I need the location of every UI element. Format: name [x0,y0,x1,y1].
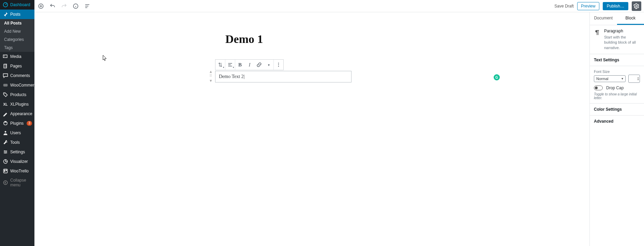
align-button[interactable]: ▾ [225,60,235,70]
main-area: Save Draft Preview Publish… Demo 1 ▴ ⠿ ▾… [34,0,644,246]
sidebar-item-users[interactable]: Users [0,128,34,138]
font-size-number-input[interactable]: ▴▾ [628,75,640,83]
wootrello-icon [3,168,8,174]
block-navigation-button[interactable] [84,2,91,10]
publish-button[interactable]: Publish… [603,2,628,10]
mouse-cursor-icon [103,55,107,61]
bold-button[interactable]: B [235,60,245,70]
text-settings-heading[interactable]: Text Settings [590,54,644,66]
sidebar-item-label: Dashboard [10,2,30,7]
paragraph-block-input[interactable]: Demo Text 2 [215,71,351,82]
change-block-type-button[interactable]: ▾ [215,60,225,70]
collapse-icon [3,180,8,185]
svg-point-15 [3,181,7,184]
advanced-heading[interactable]: Advanced [590,116,644,127]
more-formatting-button[interactable]: ▾ [264,60,273,70]
undo-button[interactable] [49,2,56,10]
submenu-add-new[interactable]: Add New [0,27,34,35]
svg-rect-13 [4,170,5,172]
post-title[interactable]: Demo 1 [225,33,589,46]
media-icon [3,54,8,59]
more-options-button[interactable] [274,60,283,70]
sidebar-item-wootrello[interactable]: WooTrello [0,166,34,176]
grammarly-badge-icon[interactable]: G [494,74,500,80]
sidebar-item-xlplugins[interactable]: XL XLPlugins [0,99,34,109]
users-icon [3,130,8,136]
svg-point-18 [636,5,638,7]
tools-icon [3,140,8,145]
settings-icon [3,149,8,155]
drop-cap-label: Drop Cap [606,86,624,90]
sidebar-item-label: Settings [10,150,25,154]
posts-submenu: All Posts Add New Categories Tags [0,19,34,52]
sidebar-item-pages[interactable]: Pages [0,61,34,71]
svg-rect-5 [3,84,8,87]
svg-point-20 [278,64,279,65]
submenu-tags[interactable]: Tags [0,44,34,52]
sidebar-item-appearance[interactable]: Appearance [0,109,34,119]
add-block-button[interactable] [37,2,45,10]
appearance-icon [3,111,8,117]
drop-cap-hint: Toggle to show a large initial letter. [594,92,640,100]
svg-point-9 [6,152,6,152]
comments-icon [3,73,8,78]
color-settings-heading[interactable]: Color Settings [590,104,644,116]
sidebar-item-label: Products [10,92,26,97]
svg-point-7 [5,131,6,133]
move-down-button[interactable]: ▾ [208,78,214,83]
save-draft-button[interactable]: Save Draft [554,4,574,9]
editor-canvas[interactable]: Demo 1 ▴ ⠿ ▾ ▾ ▾ B I [34,12,589,246]
sidebar-item-dashboard[interactable]: Dashboard [0,0,34,10]
panel-tabs: Document Block [590,12,644,25]
svg-point-6 [4,93,5,94]
pages-icon [3,63,8,69]
pin-icon [3,12,8,17]
svg-rect-14 [6,170,7,171]
settings-toggle-button[interactable] [632,1,641,11]
sidebar-item-settings[interactable]: Settings [0,147,34,157]
sidebar-item-label: Comments [10,73,30,78]
sidebar-item-visualizer[interactable]: Visualizer [0,157,34,166]
sidebar-item-tools[interactable]: Tools [0,138,34,147]
svg-point-21 [278,66,279,67]
plugins-badge: 3 [27,121,32,126]
tab-block[interactable]: Block [617,12,644,25]
xl-icon: XL [3,102,8,107]
sidebar-item-products[interactable]: Products [0,90,34,99]
block-type-label: Paragraph [604,29,640,33]
collapse-menu[interactable]: Collapse menu [0,176,34,189]
products-icon [3,92,8,97]
woocommerce-icon [3,82,8,88]
visualizer-icon [3,159,8,164]
sidebar-item-woocommerce[interactable]: WooCommerce [0,80,34,90]
sidebar-item-plugins[interactable]: Plugins 3 [0,119,34,128]
sidebar-item-posts[interactable]: Posts [0,10,34,19]
svg-point-10 [5,153,5,153]
dashboard-icon [3,2,8,7]
drop-cap-toggle[interactable] [594,86,603,90]
paragraph-icon [594,29,601,36]
sidebar-item-label: Posts [10,12,20,17]
italic-button[interactable]: I [245,60,254,70]
redo-button[interactable] [60,2,68,10]
svg-point-19 [278,63,279,63]
svg-point-2 [4,56,5,56]
block-toolbar: ▾ ▾ B I ▾ [215,59,284,70]
font-size-select[interactable]: Normal [594,75,626,82]
sidebar-item-media[interactable]: Media [0,52,34,61]
sidebar-item-comments[interactable]: Comments [0,71,34,80]
drag-handle-icon[interactable]: ⠿ [209,74,212,78]
link-button[interactable] [254,60,264,70]
sidebar-item-label: WooTrello [10,169,29,173]
submenu-all-posts[interactable]: All Posts [0,19,34,27]
tab-document[interactable]: Document [590,12,617,25]
sidebar-item-label: Users [10,130,21,135]
submenu-categories[interactable]: Categories [0,35,34,44]
preview-button[interactable]: Preview [577,2,599,10]
svg-rect-1 [3,55,7,58]
editor-topbar: Save Draft Preview Publish… [34,0,644,12]
move-up-button[interactable]: ▴ [208,69,214,74]
collapse-label: Collapse menu [10,178,32,187]
sidebar-item-label: Visualizer [10,159,28,164]
content-info-button[interactable] [72,2,79,10]
